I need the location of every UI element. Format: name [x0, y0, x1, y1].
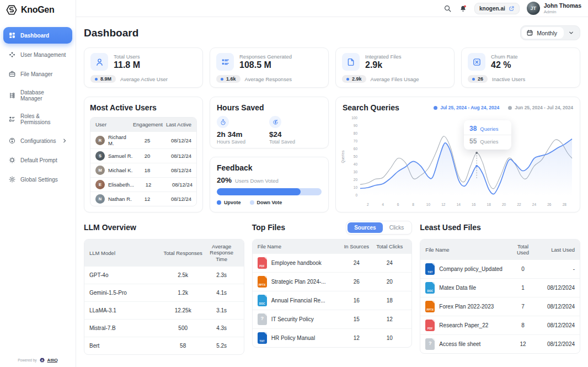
chart-legend-item[interactable]: Jul 25, 2024 - Aug 24, 2024	[434, 105, 499, 110]
sidebar-item-global-settings[interactable]: Global Settings	[3, 171, 72, 188]
sidebar-item-label: Database Manager	[20, 89, 67, 102]
stat-title: Integrated Files	[365, 54, 401, 60]
file-name: Company policy_Updated	[439, 266, 503, 272]
last-used-date: 08/12/2024	[535, 304, 575, 310]
svg-text:24: 24	[532, 203, 537, 206]
total-used-value: 8	[511, 322, 535, 328]
stat-badge-label: Average Files Usage	[371, 76, 419, 82]
sidebar-nav: DashboardUser ManagementFile ManagerData…	[0, 19, 76, 188]
powered-brand-link[interactable]: AtliQ	[47, 358, 58, 363]
total-clicks-value: 10	[372, 335, 407, 341]
briefcase-icon	[8, 70, 16, 78]
svg-text:28: 28	[563, 203, 567, 206]
file-type-icon-pptx: PPTX	[258, 276, 267, 288]
chevron-right-icon	[62, 138, 67, 143]
avatar: R	[95, 136, 105, 145]
last-used-date: 08/12/2024	[535, 285, 575, 291]
file-name-cell: ?Access file sheet	[425, 338, 511, 350]
file-name: Access file sheet	[439, 341, 480, 347]
user-name: Nathan R.	[108, 196, 132, 202]
table-row: PDFEmployee handbook2424	[253, 253, 412, 272]
avatar: E	[95, 180, 105, 189]
responses-icon	[216, 53, 234, 71]
sidebar-item-label: Roles & Permissions	[20, 113, 67, 125]
main-content: Dashboard Monthly Total Users11.8 M8.9MA…	[76, 17, 588, 367]
atliq-logo-icon: A	[39, 357, 45, 363]
stat-card-integrated-files: Integrated Files2.9k2.9kAverage Files Us…	[335, 47, 455, 88]
legend-label: Down Vote	[257, 200, 282, 205]
search-queries-chart[interactable]: 0102030405060708090100246810121416182022…	[340, 115, 576, 210]
chart-legend-item[interactable]: Jun 25, 2024 - Jul 24, 2024	[508, 105, 573, 110]
column-header: Engagement	[133, 121, 162, 127]
downvote-percent: 20%	[217, 176, 232, 184]
svg-text:6: 6	[397, 203, 399, 206]
page-title: Dashboard	[84, 27, 138, 39]
metric-value: 2h 34m	[217, 130, 269, 139]
user-name: John Thomas	[544, 2, 581, 9]
sidebar-item-configurations[interactable]: Configurations	[3, 132, 72, 149]
notifications-bell-icon[interactable]	[459, 4, 467, 13]
table-row: NNathan R.1208/12/24	[90, 192, 196, 206]
last-used-date: -	[535, 266, 575, 272]
feedback-legend: UpvoteDown Vote	[217, 200, 322, 205]
hours-saved-card: Hours Saved 2h 34mHours Saved$24Total Sa…	[210, 97, 329, 148]
stat-badge-value: 8.9M	[100, 76, 111, 82]
toggle-clicks[interactable]: Clicks	[383, 222, 411, 233]
brand-logo: KnoGen	[0, 0, 76, 19]
legend-label: Jul 25, 2024 - Aug 24, 2024	[440, 105, 499, 110]
stats-row: Total Users11.8 M8.9MAverage Active User…	[84, 47, 580, 88]
stat-badge: 1.6k	[216, 75, 240, 83]
sidebar-item-default-prompt[interactable]: Default Prompt	[3, 152, 72, 168]
file-name: Forex Plan 2022-2023	[439, 304, 494, 310]
downvote-percent-label: Users Down Voted	[235, 178, 279, 184]
chart-legend: Jul 25, 2024 - Aug 24, 2024Jun 25, 2024 …	[434, 105, 573, 110]
stat-badge-value: 1.6k	[226, 76, 236, 82]
svg-text:Queries: Queries	[341, 150, 345, 163]
total-responses-value: 1.2k	[162, 290, 205, 296]
in-sources-value: 12	[340, 335, 372, 341]
llm-overview-title: LLM Overview	[84, 223, 136, 232]
toggle-sources[interactable]: Sources	[348, 222, 382, 233]
svg-text:8: 8	[412, 203, 414, 206]
sidebar: KnoGen DashboardUser ManagementFile Mana…	[0, 0, 76, 367]
sidebar-item-database-manager[interactable]: Database Manager	[3, 85, 72, 106]
file-name-cell: DOCMatex Data file	[425, 282, 511, 294]
table-row: PPTXForex Plan 2022-2023708/12/2024	[420, 297, 580, 316]
domain-link-button[interactable]: knogen.ai	[474, 3, 520, 14]
legend-label: Upvote	[224, 200, 241, 205]
sidebar-item-file-manager[interactable]: File Manager	[3, 66, 72, 82]
sidebar-item-dashboard[interactable]: Dashboard	[3, 27, 72, 44]
column-header: LLM Model	[89, 250, 162, 256]
last-active-date: 08/12/24	[162, 196, 191, 202]
svg-text:14: 14	[457, 203, 461, 206]
stat-title: Responses Generated	[239, 54, 292, 60]
badge-dot	[346, 78, 349, 81]
most-active-users-title: Most Active Users	[90, 103, 197, 112]
table-row: DOCAnnual Financial Re...1618	[253, 291, 412, 310]
file-name-cell: DOCAnnual Financial Re...	[258, 295, 341, 306]
user-menu[interactable]: JT John Thomas Admin	[527, 2, 581, 15]
sidebar-item-user-management[interactable]: User Management	[3, 46, 72, 63]
domain-label: knogen.ai	[479, 6, 505, 12]
sidebar-item-label: User Management	[20, 52, 66, 58]
last-used-date: 08/12/2024	[535, 322, 575, 328]
stat-value: 11.8 M	[114, 60, 140, 70]
file-name: Employee handbook	[271, 260, 322, 266]
svg-text:4: 4	[382, 203, 384, 206]
user-cell: MMichael K.	[95, 166, 133, 175]
legend-dot	[508, 106, 512, 110]
tooltip-label: Queries	[480, 126, 498, 132]
stat-badge: 8.9M	[90, 75, 116, 83]
dollar-icon	[269, 116, 281, 128]
total-used-value: 7	[511, 304, 535, 310]
response-time-value: 3.1s	[205, 307, 239, 313]
period-selector[interactable]: Monthly	[520, 25, 580, 40]
table-row: MMichael K.1808/12/24	[90, 163, 196, 177]
metric-label: Total Saved	[269, 139, 322, 145]
user-name: Michael K.	[108, 167, 132, 173]
search-icon[interactable]	[443, 4, 452, 13]
sidebar-item-roles-permissions[interactable]: Roles & Permissions	[3, 109, 72, 130]
bottom-row: LLM Overview LLM ModelTotal ResponsesAve…	[84, 221, 580, 355]
feedback-title: Feedback	[217, 163, 322, 172]
stat-card-responses-generated: Responses Generated108.5 M1.6kAverage Re…	[210, 47, 329, 88]
